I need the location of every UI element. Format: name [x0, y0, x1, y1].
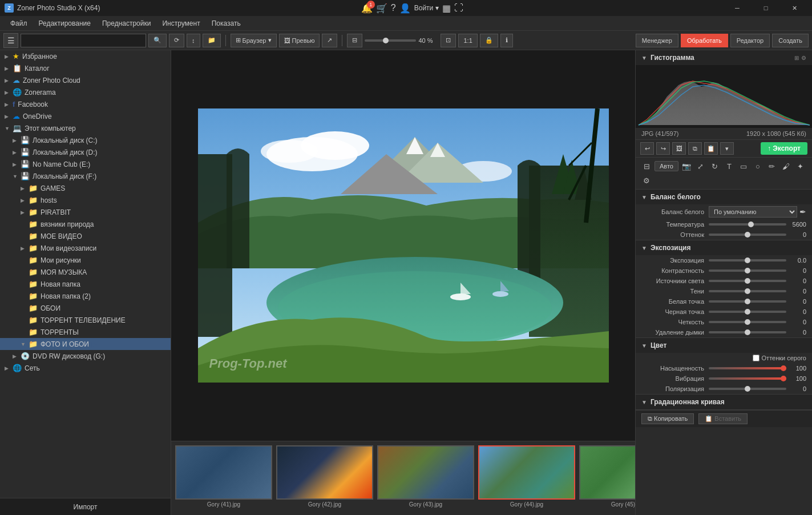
sidebar-item-new-folder[interactable]: 📁Новая папка [0, 278, 171, 290]
editor-mode-btn[interactable]: Редактор [730, 34, 770, 47]
sidebar-item-zoner-cloud[interactable]: ▶☁Zoner Photo Cloud [0, 74, 171, 86]
temp-slider[interactable] [709, 223, 786, 226]
adj-tool-brush[interactable]: 🖌 [780, 160, 793, 172]
folder-button[interactable]: 📁 [203, 34, 221, 47]
export-button[interactable]: ↑ Экспорт [761, 142, 807, 155]
adj-tool-camera[interactable]: 📷 [680, 160, 693, 172]
sidebar-item-disk-f[interactable]: ▼💾Локальный диск (F:) [0, 170, 171, 182]
fullscreen-icon[interactable]: ⛶ [454, 3, 463, 13]
browser-mode-btn[interactable]: ⊞ Браузер ▾ [231, 34, 277, 47]
path-input[interactable]: F:\ФОТО И ОБОИ\ОБОИ ГОРЫ [21, 34, 146, 47]
adj-tool-rect[interactable]: ▭ [737, 160, 750, 172]
user-icon[interactable]: 👤 [399, 3, 411, 14]
sidebar-item-oboi[interactable]: 📁ОБОИ [0, 302, 171, 314]
copy-button[interactable]: ⧉ Копировать [641, 413, 694, 424]
preview-open-btn[interactable]: ↗ [322, 34, 337, 47]
wb-dropdown[interactable]: По умолчанию [709, 206, 797, 218]
menu-file[interactable]: Файл [5, 17, 33, 30]
saturation-slider[interactable] [709, 367, 786, 369]
image-view[interactable]: Prog-Top.net [171, 50, 635, 441]
thumb-item[interactable]: Gory (41).jpg [174, 444, 273, 509]
sidebar-item-zonerama[interactable]: ▶🌐Zonerama [0, 86, 171, 98]
exp-header[interactable]: ▼ Экспозиция [636, 240, 812, 255]
process-mode-btn[interactable]: Обработать [681, 34, 728, 47]
copy-settings-btn[interactable]: ⧉ [688, 142, 702, 155]
search-button[interactable]: 🔍 [148, 34, 167, 47]
gc-header[interactable]: ▼ Градационная кривая [636, 395, 812, 409]
maximize-button[interactable]: □ [753, 0, 779, 16]
sidebar-item-catalog[interactable]: ▶📋Каталог [0, 62, 171, 74]
adj-tool-text[interactable]: T [723, 160, 736, 172]
paste-button[interactable]: 📋 Вставить [698, 413, 748, 424]
login-label[interactable]: Войти ▾ [414, 4, 439, 12]
window-controls[interactable]: ─ □ ✕ [724, 0, 807, 16]
sidebar-item-disk-e[interactable]: ▶💾No Name Club (E:) [0, 158, 171, 170]
thumb-item-selected[interactable]: Gory (44).jpg [477, 444, 576, 509]
sidebar-item-vyazniki[interactable]: 📁вязники природа [0, 218, 171, 230]
photo-btn[interactable]: 🖼 [672, 142, 686, 155]
sidebar-item-net[interactable]: ▶🌐Сеть [0, 362, 171, 374]
thumb-item[interactable]: Gory (45).jpg [578, 444, 635, 509]
menu-presets[interactable]: Преднастройки [96, 17, 157, 30]
adj-tool-oval[interactable]: ○ [752, 160, 764, 172]
adj-tool-stamp[interactable]: ✦ [794, 160, 807, 172]
panels-icon[interactable]: ▦ [442, 3, 451, 14]
thumb-item[interactable]: Gory (42).jpg [275, 444, 374, 509]
polarization-slider[interactable] [709, 388, 786, 390]
sidebar-item-disk-d[interactable]: ▶💾Локальный диск (D:) [0, 146, 171, 158]
menu-tools[interactable]: Инструмент [156, 17, 205, 30]
manager-mode-btn[interactable]: Менеджер [636, 34, 678, 47]
compare-btn[interactable]: ⊟ [347, 34, 362, 47]
sidebar-item-moi-video[interactable]: ▶📁Мои видеозаписи [0, 242, 171, 254]
sidebar-item-torrenty[interactable]: 📁ТОРРЕНТЫ [0, 326, 171, 338]
minimize-button[interactable]: ─ [724, 0, 750, 16]
wb-header[interactable]: ▼ Баланс белого [636, 190, 812, 204]
sidebar-item-games[interactable]: ▶📁GAMES [0, 182, 171, 194]
wb-eyedropper[interactable]: ✒ [799, 207, 806, 216]
sidebar-item-disk-c[interactable]: ▶💾Локальный диск (C:) [0, 134, 171, 146]
auto-btn[interactable]: Авто [655, 161, 678, 171]
sidebar-item-foto-oboi[interactable]: ▼📁ФОТО И ОБОИ▶ [0, 338, 171, 350]
vibrance-slider[interactable] [709, 377, 786, 380]
adj-tool-crop[interactable]: ⤢ [694, 160, 707, 172]
sidebar-item-piratbit[interactable]: ▶📁PIRATBIT [0, 206, 171, 218]
sort-button[interactable]: ↕ [187, 34, 200, 47]
sidebar-toggle-button[interactable]: ☰ [3, 33, 18, 48]
sidebar-item-muzyka[interactable]: 📁МОЯ МУЗЫКА [0, 266, 171, 278]
preview-mode-btn[interactable]: 🖼 Превью [279, 34, 320, 47]
adj-tool-pen[interactable]: ✏ [766, 160, 778, 172]
refresh-button[interactable]: ⟳ [169, 34, 184, 47]
grayscale-checkbox[interactable] [753, 355, 760, 361]
zoom-fit-btn[interactable]: ⊡ [441, 34, 456, 47]
menu-view[interactable]: Показать [206, 17, 247, 30]
histogram-header[interactable]: ▼ Гистограмма ⊞ ⚙ [636, 50, 812, 65]
notification-icon-wrapper[interactable]: 🔔 1 [361, 3, 373, 14]
dropdown-btn[interactable]: ▾ [720, 142, 734, 155]
sidebar-item-moe-video[interactable]: 📁МОЕ ВИДЕО [0, 230, 171, 242]
histogram-ctrl-1[interactable]: ⊞ [794, 55, 799, 61]
info-btn[interactable]: ℹ [500, 34, 513, 47]
sidebar-item-favorites[interactable]: ▶★Избранное [0, 50, 171, 62]
histogram-ctrl-2[interactable]: ⚙ [801, 55, 806, 61]
sidebar-item-facebook[interactable]: ▶fFacebook [0, 98, 171, 110]
sidebar-item-onedrive[interactable]: ▶☁OneDrive [0, 110, 171, 122]
close-button[interactable]: ✕ [781, 0, 807, 16]
sidebar-item-risunki[interactable]: 📁Мои рисунки [0, 254, 171, 266]
sidebar-item-dvd[interactable]: ▶💿DVD RW дисковод (G:) [0, 350, 171, 362]
paste-settings-btn[interactable]: 📋 [704, 142, 718, 155]
create-mode-btn[interactable]: Создать [772, 34, 809, 47]
help-icon[interactable]: ? [391, 3, 396, 13]
cart-icon[interactable]: 🛒 [376, 3, 387, 14]
lock-btn[interactable]: 🔒 [480, 34, 498, 47]
sidebar-item-hosts[interactable]: ▶📁hosts [0, 194, 171, 206]
adj-tool-settings[interactable]: ⚙ [640, 174, 653, 187]
zoom-100-btn[interactable]: 1:1 [458, 34, 477, 47]
sidebar-item-this-pc[interactable]: ▼💻Этот компьютер [0, 122, 171, 134]
sidebar-item-torrent-tv[interactable]: 📁ТОРРЕНТ ТЕЛЕВИДЕНИЕ [0, 314, 171, 326]
color-header[interactable]: ▼ Цвет [636, 338, 812, 353]
menu-edit[interactable]: Редактирование [33, 17, 96, 30]
sidebar-item-new-folder2[interactable]: 📁Новая папка (2) [0, 290, 171, 302]
import-button[interactable]: Импорт [0, 498, 171, 515]
zoom-slider[interactable] [365, 39, 416, 42]
tint-slider[interactable] [709, 234, 786, 236]
